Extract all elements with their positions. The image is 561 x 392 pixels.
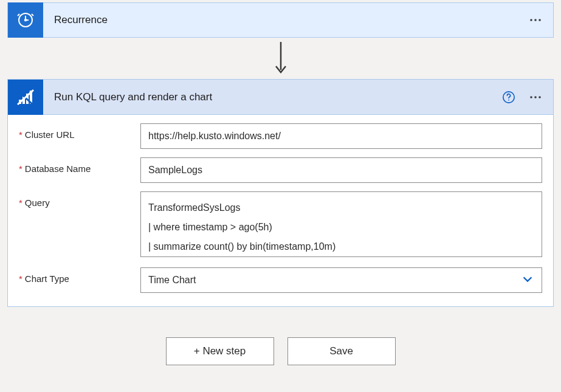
label-query-text: Query	[25, 198, 50, 208]
label-chart-type-text: Chart Type	[25, 273, 69, 284]
select-chart-type[interactable]: Time Chart	[140, 267, 542, 293]
kql-icon	[8, 80, 43, 115]
kql-card-body: *Cluster URL *Database Name *Query	[8, 115, 553, 306]
recurrence-title: Recurrence	[43, 14, 521, 26]
help-icon	[502, 91, 515, 104]
arrow-down-icon	[274, 41, 288, 76]
required-marker: *	[19, 129, 22, 140]
input-database-name[interactable]	[140, 157, 542, 183]
kql-title: Run KQL query and render a chart	[43, 91, 500, 103]
new-step-button[interactable]: + New step	[166, 337, 274, 365]
footer-actions: + New step Save	[7, 337, 554, 365]
clock-icon	[8, 2, 43, 38]
row-database-name: *Database Name	[19, 157, 542, 183]
svg-point-17	[530, 96, 532, 98]
label-chart-type: *Chart Type	[19, 267, 140, 284]
svg-point-18	[534, 96, 537, 98]
svg-point-19	[539, 96, 541, 98]
svg-point-6	[539, 19, 541, 21]
label-query: *Query	[19, 191, 140, 208]
kql-card-header[interactable]: Run KQL query and render a chart	[8, 80, 553, 115]
svg-point-16	[508, 99, 509, 100]
svg-point-4	[530, 19, 532, 21]
kql-more-button[interactable]	[521, 83, 549, 111]
help-button[interactable]	[500, 88, 518, 106]
input-query[interactable]	[140, 191, 542, 257]
save-button[interactable]: Save	[287, 337, 396, 365]
connector-arrow	[7, 38, 554, 79]
designer-canvas: Recurrence	[0, 0, 561, 392]
recurrence-more-button[interactable]	[521, 6, 549, 34]
svg-point-5	[534, 19, 537, 21]
new-step-label: + New step	[194, 345, 246, 357]
required-marker: *	[19, 198, 22, 208]
row-chart-type: *Chart Type Time Chart	[19, 267, 542, 293]
select-chart-type-value: Time Chart	[148, 275, 196, 286]
row-cluster-url: *Cluster URL	[19, 123, 542, 149]
row-query: *Query	[19, 191, 542, 259]
more-icon	[528, 90, 543, 105]
kql-card: Run KQL query and render a chart *Cluste…	[7, 79, 554, 307]
input-cluster-url[interactable]	[140, 123, 542, 149]
label-database-name: *Database Name	[19, 157, 140, 174]
save-label: Save	[329, 345, 353, 357]
recurrence-card[interactable]: Recurrence	[7, 2, 554, 38]
label-cluster-url: *Cluster URL	[19, 123, 140, 140]
chevron-down-icon	[521, 272, 534, 288]
label-database-name-text: Database Name	[25, 163, 91, 174]
svg-point-3	[25, 19, 26, 21]
label-cluster-url-text: Cluster URL	[25, 129, 75, 140]
required-marker: *	[19, 163, 22, 174]
required-marker: *	[19, 273, 22, 284]
